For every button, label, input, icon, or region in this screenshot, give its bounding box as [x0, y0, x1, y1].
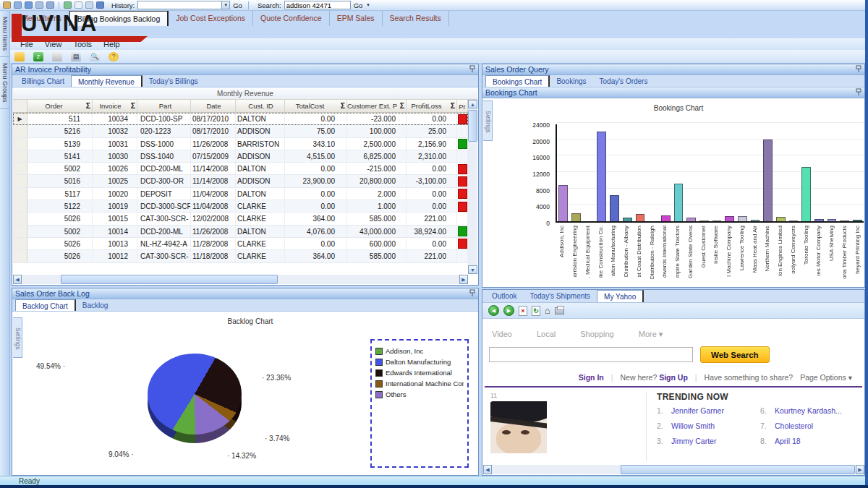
- table-row[interactable]: 501610025DCD-300-OR11/14/2008ADDISON23,9…: [13, 175, 468, 187]
- sigma-summary-button[interactable]: Σ: [400, 100, 404, 112]
- search-go-button[interactable]: Go: [354, 1, 363, 9]
- tab-bookings-chart[interactable]: Bookings Chart: [485, 75, 550, 87]
- table-row[interactable]: 521610032020-122308/17/2010ADDISON75.001…: [13, 125, 468, 137]
- column-header-customer-ext-p[interactable]: Customer Ext. PΣ: [347, 100, 407, 112]
- table-row[interactable]: 502610012CAT-300-SCR-11/18/2008CLARKE364…: [13, 250, 468, 262]
- print-icon[interactable]: [555, 307, 564, 314]
- pin-icon[interactable]: [856, 88, 861, 98]
- export-icon[interactable]: z: [33, 52, 43, 61]
- table-row[interactable]: 502610015CAT-300-SCR-12/02/2008CLARKE364…: [13, 213, 468, 225]
- sigma-summary-button[interactable]: Σ: [341, 100, 345, 112]
- help-icon[interactable]: ?: [109, 52, 119, 61]
- app-icon-1[interactable]: [3, 1, 11, 9]
- web-search-button[interactable]: Web Search: [700, 346, 770, 363]
- table-row[interactable]: 511710020DEPOSIT11/04/2008DALTON0.002.00…: [13, 188, 468, 200]
- sigma-summary-button[interactable]: Σ: [451, 100, 455, 112]
- scrollbar-thumb[interactable]: [621, 465, 855, 474]
- scroll-right-icon[interactable]: ▶: [856, 465, 864, 474]
- scroll-down-icon[interactable]: ▼: [468, 265, 477, 274]
- trending-link[interactable]: Cholesterol: [775, 421, 813, 437]
- share-prompt-link[interactable]: Have something to share?: [705, 373, 793, 382]
- table-row[interactable]: 502610013NL-HZ-4942-A11/28/2008CLARKE0.0…: [13, 238, 468, 250]
- chevron-down-icon[interactable]: ▾: [221, 1, 229, 9]
- tab-billings-chart[interactable]: Billings Chart: [15, 75, 71, 87]
- scroll-left-icon[interactable]: ◀: [483, 465, 492, 474]
- tab-today-s-orders[interactable]: Today's Orders: [593, 75, 655, 87]
- history-go-button[interactable]: Go: [233, 1, 242, 9]
- horizontal-scrollbar[interactable]: ◀ ▶: [13, 275, 468, 284]
- trending-link[interactable]: Willow Smith: [671, 421, 715, 437]
- scrollbar-thumb[interactable]: [468, 110, 477, 142]
- trending-link[interactable]: Jennifer Garner: [671, 406, 724, 421]
- page-options-link[interactable]: Page Options ▾: [800, 373, 852, 382]
- app-icon-6[interactable]: [64, 1, 72, 9]
- tab-today-s-billings[interactable]: Today's Billings: [142, 75, 205, 87]
- tab-today-s-shipments[interactable]: Today's Shipments: [523, 290, 597, 302]
- scroll-right-icon[interactable]: ▶: [459, 275, 468, 284]
- app-icon-4[interactable]: [35, 1, 43, 9]
- app-icon-7[interactable]: [75, 1, 82, 9]
- main-tab-quote-confidence[interactable]: Quote Confidence: [253, 11, 330, 26]
- app-icon-3[interactable]: [25, 1, 33, 9]
- yahoo-nav-shopping[interactable]: Shopping: [580, 330, 614, 339]
- pin-icon[interactable]: [856, 65, 861, 74]
- yahoo-nav-video[interactable]: Video: [492, 330, 512, 339]
- app-icon-9[interactable]: [96, 1, 104, 9]
- column-header-date[interactable]: Date: [191, 100, 236, 112]
- app-icon-5[interactable]: [46, 1, 54, 9]
- column-header-pr[interactable]: Pr: [457, 100, 468, 112]
- scrollbar-thumb[interactable]: [61, 275, 278, 284]
- sigma-summary-button[interactable]: Σ: [86, 100, 90, 112]
- sigma-summary-button[interactable]: Σ: [131, 100, 135, 112]
- table-row[interactable]: 513910031DSS-100011/26/2008BARRISTON343.…: [13, 138, 468, 150]
- pin-icon[interactable]: [469, 289, 475, 299]
- browser-horizontal-scrollbar[interactable]: ◀ ▶: [483, 465, 864, 474]
- tab-bookings[interactable]: Bookings: [550, 75, 592, 87]
- sign-in-link[interactable]: Sign In: [579, 373, 604, 382]
- pin-icon[interactable]: [469, 65, 475, 74]
- table-row[interactable]: 500210014DCD-200-ML11/26/2008DALTON4,076…: [13, 226, 468, 238]
- trending-link[interactable]: Jimmy Carter: [671, 437, 716, 452]
- refresh-icon[interactable]: ↻: [532, 306, 540, 316]
- tab-my-yahoo[interactable]: My Yahoo: [597, 290, 644, 302]
- column-header-part[interactable]: Part: [137, 100, 191, 112]
- print-icon[interactable]: ▤: [71, 52, 81, 61]
- trending-link[interactable]: April 18: [775, 437, 801, 452]
- folder-icon[interactable]: [14, 52, 25, 61]
- column-header-cust-id[interactable]: Cust. ID: [236, 100, 285, 112]
- tab-outlook[interactable]: Outlook: [485, 290, 523, 302]
- stop-icon[interactable]: ×: [519, 306, 527, 316]
- rail-menu-groups[interactable]: Menu Groups: [0, 57, 10, 109]
- photo-thumbnail[interactable]: [490, 401, 547, 453]
- forward-icon[interactable]: ▶: [503, 305, 514, 316]
- tab-backlog-chart[interactable]: Backlog Chart: [15, 299, 76, 311]
- main-tab-job-cost-exceptions[interactable]: Job Cost Exceptions: [169, 11, 253, 26]
- rail-menu-items[interactable]: Menu Items: [0, 11, 10, 57]
- tab-monthly-revenue[interactable]: Monthly Revenue: [71, 75, 142, 87]
- trending-link[interactable]: Kourtney Kardash...: [775, 406, 842, 421]
- toolbar-overflow-icon[interactable]: ▾: [367, 2, 370, 8]
- yahoo-nav-local[interactable]: Local: [537, 330, 556, 339]
- main-tab-epm-sales[interactable]: EPM Sales: [330, 11, 383, 26]
- app-icon-8[interactable]: [85, 1, 93, 9]
- table-row[interactable]: 512210019DCD-3000-SCR11/04/2008CLARKE0.0…: [13, 200, 468, 213]
- settings-vertical-tab[interactable]: Settings: [13, 317, 22, 358]
- settings-vertical-tab[interactable]: Settings: [483, 100, 493, 141]
- tab-backlog[interactable]: Backlog: [76, 299, 115, 311]
- column-header-order[interactable]: OrderΣ: [27, 100, 93, 112]
- eraser-icon[interactable]: [52, 52, 62, 61]
- vertical-scrollbar[interactable]: ▲ ▼: [468, 100, 477, 274]
- yahoo-search-input[interactable]: [489, 347, 693, 362]
- home-icon[interactable]: ⌂: [545, 306, 550, 316]
- table-row[interactable]: 514110030DSS-104007/15/2009ADDISON4,515.…: [13, 150, 468, 163]
- yahoo-nav-more[interactable]: More ▾: [639, 330, 663, 339]
- table-row[interactable]: 500210026DCD-200-ML11/14/2008DALTON0.00-…: [13, 163, 468, 175]
- sign-up-link[interactable]: Sign Up: [659, 373, 688, 382]
- search-input[interactable]: [284, 1, 351, 9]
- column-header-invoice[interactable]: InvoiceΣ: [93, 100, 137, 112]
- table-row[interactable]: ▶51110034DCD-100-SP08/17/2010DALTON0.00-…: [13, 113, 468, 125]
- print-preview-icon[interactable]: 🔍: [90, 52, 100, 61]
- app-icon-2[interactable]: [14, 1, 22, 9]
- column-header-profitloss[interactable]: ProfitLossΣ: [407, 100, 457, 112]
- main-tab-search-results[interactable]: Search Results: [383, 11, 449, 26]
